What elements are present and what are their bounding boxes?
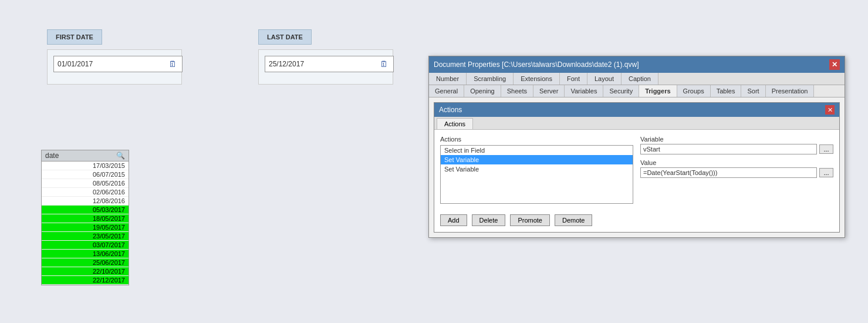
table-row[interactable]: 18/05/2017	[42, 214, 129, 223]
last-date-box: 🗓	[258, 49, 393, 85]
table-row[interactable]: 12/08/2016	[42, 197, 129, 206]
value-label: Value	[640, 159, 833, 166]
first-date-label: FIRST DATE	[47, 29, 102, 45]
table-row[interactable]: 13/06/2017	[42, 250, 129, 258]
tab-sort[interactable]: Sort	[741, 85, 765, 97]
actions-sub-dialog: Actions ✕ Actions Actions Select in Fiel…	[434, 102, 840, 233]
table-row[interactable]: 08/05/2016	[42, 179, 129, 188]
tab-variables[interactable]: Variables	[565, 85, 603, 97]
tab-font[interactable]: Font	[560, 73, 587, 85]
tab-scrambling[interactable]: Scrambling	[467, 73, 514, 85]
first-date-calendar-icon[interactable]: 🗓	[167, 58, 178, 70]
action-item[interactable]: Set Variable	[441, 164, 633, 174]
dialog-titlebar: Document Properties [C:\Users\talwars\Do…	[429, 56, 845, 73]
actions-titlebar: Actions ✕	[434, 103, 839, 117]
tab-server[interactable]: Server	[533, 85, 565, 97]
actions-right-section: Variable ... Value ...	[640, 136, 833, 204]
actions-list-section: Actions Select in FieldSet VariableSet V…	[440, 136, 633, 204]
first-date-box: 🗓	[47, 49, 182, 85]
last-date-input-row: 🗓	[265, 56, 394, 72]
table-row[interactable]: 25/06/2017	[42, 258, 129, 267]
table-body: 17/03/201506/07/201508/05/201602/06/2016…	[41, 162, 129, 285]
demote-button[interactable]: Demote	[555, 214, 593, 226]
actions-buttons: Add Delete Promote Demote	[434, 214, 839, 232]
tab-security[interactable]: Security	[603, 85, 639, 97]
actions-tab-bar: Actions	[434, 117, 839, 130]
variable-input[interactable]	[640, 144, 817, 154]
tab-triggers[interactable]: Triggers	[639, 85, 677, 97]
value-browse-button[interactable]: ...	[819, 168, 833, 177]
table-row[interactable]: 22/12/2017	[42, 276, 129, 285]
value-field-row: Value ...	[640, 159, 833, 178]
table-row[interactable]: 05/03/2017	[42, 206, 129, 214]
tab-opening[interactable]: Opening	[464, 85, 501, 97]
table-row[interactable]: 03/07/2017	[42, 241, 129, 250]
tab-sheets[interactable]: Sheets	[501, 85, 533, 97]
actions-list-header: Actions	[440, 136, 633, 143]
tabs-top-bar: NumberScramblingExtensionsFontLayoutCapt…	[429, 73, 845, 85]
table-header-label: date	[45, 152, 59, 160]
first-date-input[interactable]	[58, 60, 167, 68]
last-date-input[interactable]	[269, 60, 378, 68]
first-date-widget: FIRST DATE 🗓	[47, 29, 182, 85]
actions-content: Actions Select in FieldSet VariableSet V…	[434, 130, 839, 210]
table-row[interactable]: 19/05/2017	[42, 223, 129, 232]
action-item[interactable]: Set Variable	[441, 155, 633, 164]
tab-extensions[interactable]: Extensions	[514, 73, 560, 85]
actions-list: Select in FieldSet VariableSet Variable	[440, 145, 633, 204]
actions-title: Actions	[439, 106, 462, 114]
last-date-calendar-icon[interactable]: 🗓	[378, 58, 390, 70]
table-row[interactable]: 22/10/2017	[42, 267, 129, 276]
last-date-label: LAST DATE	[258, 29, 312, 45]
table-row[interactable]: 23/05/2017	[42, 232, 129, 241]
tab-layout[interactable]: Layout	[587, 73, 622, 85]
value-input[interactable]	[640, 167, 817, 178]
table-row[interactable]: 17/03/2015	[42, 162, 129, 170]
table-row[interactable]: 02/06/2016	[42, 188, 129, 197]
add-button[interactable]: Add	[440, 214, 467, 226]
first-date-input-row: 🗓	[53, 56, 183, 72]
table-header: date 🔍	[41, 150, 129, 162]
table-row[interactable]: 06/07/2015	[42, 170, 129, 179]
value-input-row: ...	[640, 167, 833, 178]
tab-caption[interactable]: Caption	[622, 73, 658, 85]
variable-label: Variable	[640, 136, 833, 143]
actions-close-button[interactable]: ✕	[825, 105, 835, 115]
document-properties-dialog: Document Properties [C:\Users\talwars\Do…	[428, 56, 845, 238]
tab-presentation[interactable]: Presentation	[766, 85, 815, 97]
tabs-bottom-bar: GeneralOpeningSheetsServerVariablesSecur…	[429, 85, 845, 97]
delete-button[interactable]: Delete	[472, 214, 506, 226]
last-date-widget: LAST DATE 🗓	[258, 29, 393, 85]
tab-number[interactable]: Number	[429, 73, 467, 85]
tab-general[interactable]: General	[429, 85, 464, 97]
table-search-icon[interactable]: 🔍	[116, 152, 125, 160]
variable-field-row: Variable ...	[640, 136, 833, 154]
tab-tables[interactable]: Tables	[711, 85, 742, 97]
actions-tab[interactable]: Actions	[437, 118, 473, 129]
promote-button[interactable]: Promote	[510, 214, 550, 226]
tab-groups[interactable]: Groups	[677, 85, 711, 97]
variable-browse-button[interactable]: ...	[819, 144, 833, 154]
date-table-widget: date 🔍 17/03/201506/07/201508/05/201602/…	[41, 150, 129, 285]
variable-input-row: ...	[640, 144, 833, 154]
dialog-title: Document Properties [C:\Users\talwars\Do…	[434, 60, 639, 69]
action-item[interactable]: Select in Field	[441, 146, 633, 155]
dialog-close-button[interactable]: ✕	[829, 59, 840, 70]
